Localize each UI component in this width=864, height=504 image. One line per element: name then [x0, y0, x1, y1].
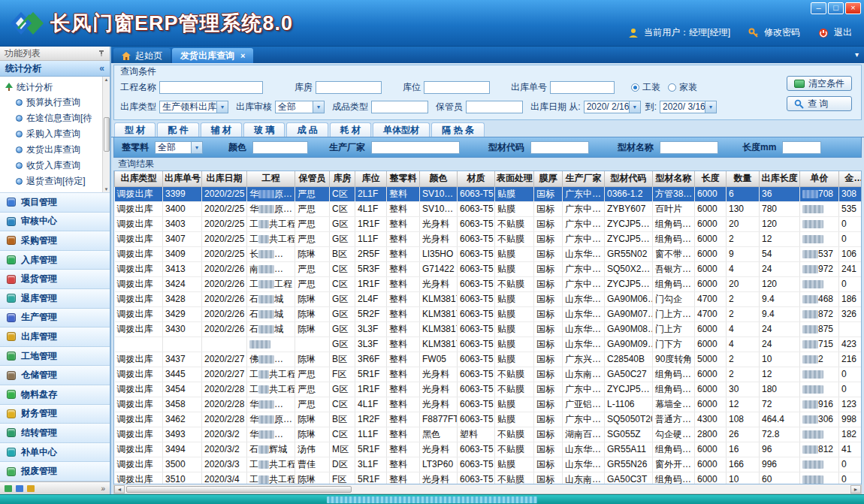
radio-gongzhuang[interactable]: 工装: [631, 81, 660, 94]
profile-code-input[interactable]: [530, 141, 589, 154]
column-header[interactable]: 材质: [458, 171, 495, 186]
column-header[interactable]: 表面处理: [495, 171, 534, 186]
profile-name-input[interactable]: [660, 141, 718, 154]
tab-outbound-query[interactable]: 发货出库查询 ×: [172, 48, 253, 63]
date-to-select[interactable]: 2020/ 3/16 ▾: [660, 101, 717, 113]
close-button[interactable]: ×: [845, 2, 861, 14]
length-input[interactable]: [782, 141, 821, 154]
column-header[interactable]: 长度: [695, 171, 727, 186]
material-tab-5[interactable]: 耗 材: [330, 122, 371, 137]
material-tab-3[interactable]: 玻 璃: [243, 122, 285, 137]
table-row[interactable]: 调拨出库34452020/2/27工共工程严思F区5R1F整料光身料6063-T…: [115, 367, 862, 382]
scroll-down-icon[interactable]: ▼: [104, 187, 109, 192]
table-row[interactable]: 调拨出库34242020/2/26工工程严思C区1R1F整料光身料6063-T5…: [115, 276, 862, 291]
expand-icon[interactable]: »: [101, 484, 105, 493]
sidebar-module-8[interactable]: 工地管理: [0, 347, 110, 367]
order-no-input[interactable]: [550, 81, 615, 94]
table-row[interactable]: 调拨出库34072020/2/25工共工程严思G区1L1F整料光身料6063-T…: [115, 231, 862, 246]
table-row[interactable]: 调拨出库34582020/2/28华…严思C区4L1F整料光身料6063-T5贴…: [115, 397, 862, 412]
sidebar-module-12[interactable]: 结转管理: [0, 424, 110, 443]
tab-close-icon[interactable]: ×: [240, 51, 245, 60]
dropdown-icon[interactable]: ▾: [216, 101, 228, 113]
color-input[interactable]: [252, 141, 308, 154]
sidebar-module-6[interactable]: 生产管理: [0, 309, 110, 328]
out-type-select[interactable]: 生产领料出库 ▾: [159, 101, 228, 113]
tab-list-dropdown-icon[interactable]: ▾: [855, 50, 859, 59]
column-header[interactable]: 整零料: [387, 171, 420, 186]
material-tab-6[interactable]: 单体型材: [373, 122, 430, 137]
scroll-left-icon[interactable]: ◄: [114, 485, 125, 493]
table-row[interactable]: 调拨出库33992020/2/25华原…严思C区2L1F整料SV10…6063-…: [115, 186, 862, 201]
table-row[interactable]: 调拨出库35002020/3/3工共工程曹佳D区3L1F整料LT3P606063…: [115, 457, 862, 472]
sidebar-module-11[interactable]: 财务管理: [0, 405, 110, 424]
tree-scroll-thumb[interactable]: [104, 117, 110, 152]
sidebar-module-10[interactable]: 物料盘存: [0, 385, 110, 405]
product-type-input[interactable]: [371, 101, 428, 113]
material-tab-7[interactable]: 隔 热 条: [431, 122, 485, 137]
column-header[interactable]: 出库单号: [163, 171, 202, 186]
table-row[interactable]: 调拨出库34282020/2/26石城陈琳G区2L4F整料KLM38176063…: [115, 291, 862, 306]
tree-item-2[interactable]: 采购入库查询: [5, 126, 101, 142]
column-header[interactable]: 生产厂家: [563, 171, 605, 186]
sidebar-group-statistics[interactable]: 统计分析 «: [0, 61, 110, 77]
pin-icon[interactable]: [98, 50, 105, 57]
tools-icon[interactable]: [27, 485, 35, 492]
dropdown-icon[interactable]: ▾: [629, 101, 640, 113]
dropdown-icon[interactable]: ▾: [191, 142, 202, 153]
column-header[interactable]: 型材代码: [605, 171, 653, 186]
tree-item-5[interactable]: 退货查询[待定]: [5, 174, 101, 189]
warehouse-input[interactable]: [316, 81, 382, 94]
tree-item-0[interactable]: 预算执行查询: [5, 95, 101, 110]
sidebar-module-14[interactable]: 报废管理: [0, 462, 110, 481]
query-button[interactable]: 查 询: [787, 96, 852, 111]
material-tab-1[interactable]: 配 件: [157, 122, 198, 137]
change-password-link[interactable]: 修改密码: [764, 26, 800, 39]
table-row[interactable]: 调拨出库34372020/2/27佛…陈琳B区3R6F整料FW056063-T5…: [115, 352, 862, 367]
column-header[interactable]: 库位: [355, 171, 387, 186]
manufacturer-input[interactable]: [371, 141, 460, 154]
column-header[interactable]: 出库日期: [202, 171, 247, 186]
dropdown-icon[interactable]: ▾: [705, 101, 716, 113]
column-header[interactable]: 库房: [330, 171, 355, 186]
tree-scrollbar[interactable]: ▲ ▼: [102, 77, 110, 192]
material-tab-2[interactable]: 辅 材: [201, 122, 242, 137]
sidebar-module-4[interactable]: 退货管理: [0, 270, 110, 289]
column-header[interactable]: 金…: [839, 171, 862, 186]
grid-hscrollbar[interactable]: ◄ ►: [113, 484, 862, 494]
material-tab-4[interactable]: 成 品: [286, 122, 328, 137]
scroll-up-icon[interactable]: ▲: [104, 77, 109, 82]
monitor-icon[interactable]: [16, 485, 23, 492]
maximize-button[interactable]: □: [828, 2, 844, 14]
column-header[interactable]: 保管员: [295, 171, 330, 186]
computer-icon[interactable]: [5, 485, 12, 492]
column-header[interactable]: 工程: [247, 171, 295, 186]
table-row[interactable]: 调拨出库34942020/3/2石辉城汤伟M区5R1F整料光身料6063-T5不…: [115, 442, 862, 457]
column-header[interactable]: 出库长度: [760, 171, 800, 186]
radio-jiazhuang[interactable]: 家装: [668, 81, 697, 94]
table-row[interactable]: 调拨出库34292020/2/26石城陈琳G区5R2F整料KLM38176063…: [115, 306, 862, 321]
column-header[interactable]: 颜色: [420, 171, 458, 186]
table-row[interactable]: 调拨出库34092020/2/25长…陈琳B区2R5F整料LI35HO6063-…: [115, 246, 862, 261]
date-from-select[interactable]: 2020/ 2/16 ▾: [584, 101, 641, 113]
sidebar-module-5[interactable]: 退库管理: [0, 289, 110, 309]
sidebar-module-2[interactable]: 采购管理: [0, 231, 110, 251]
project-name-input[interactable]: [159, 81, 263, 94]
scroll-right-icon[interactable]: ►: [850, 485, 861, 493]
column-header[interactable]: 型材名称: [653, 171, 695, 186]
tree-item-4[interactable]: 收货入库查询: [5, 158, 101, 174]
tree-root-statistics[interactable]: 统计分析: [5, 80, 101, 95]
logout-link[interactable]: 退出: [834, 26, 852, 39]
sidebar-module-3[interactable]: 入库管理: [0, 251, 110, 270]
table-row[interactable]: 调拨出库34132020/2/26南…严思C区5R3F整料G714226063-…: [115, 261, 862, 276]
table-row[interactable]: 调拨出库34032020/2/25工共工程严思G区1R1F整料光身料6063-T…: [115, 216, 862, 231]
table-row[interactable]: 调拨出库35102020/3/4工共工程陈琳F区5R1F整料光身料6063-T5…: [115, 472, 862, 484]
table-row[interactable]: G区3L3F整料KLM38176063-T5贴膜国标山东华…GA90M09…门下…: [115, 337, 862, 352]
collapse-icon[interactable]: «: [99, 63, 104, 74]
hscroll-thumb[interactable]: [126, 486, 352, 493]
tree-item-3[interactable]: 发货出库查询: [5, 142, 101, 158]
keeper-input[interactable]: [466, 101, 523, 113]
table-row[interactable]: 调拨出库34542020/2/28工共工程严思G区1R1F整料光身料6063-T…: [115, 382, 862, 397]
location-input[interactable]: [424, 81, 490, 94]
tab-start-page[interactable]: 起始页: [113, 48, 171, 63]
dropdown-icon[interactable]: ▾: [313, 101, 324, 113]
